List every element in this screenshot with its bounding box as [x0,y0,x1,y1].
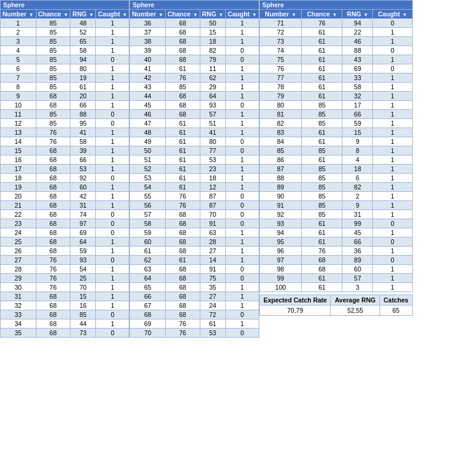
table-cell: 0 [373,46,412,55]
col-rng-2[interactable]: RNG ▼ [200,10,225,19]
col-number-1[interactable]: Number ▼ [1,10,36,19]
table-cell: 64 [130,274,166,283]
table-row: 1768531 [1,165,129,174]
table-row: 3868181 [130,37,259,46]
table-cell: 29 [200,83,225,92]
table-cell: 61 [165,174,200,183]
table-cell: 76 [302,19,342,28]
table-row: 7461880 [259,46,412,55]
col-rng-1[interactable]: RNG ▼ [70,10,96,19]
third-col-wrapper: Sphere Number ▼ Chance ▼ RNG ▼ Caught ▼ … [259,0,413,338]
table-cell: 0 [225,55,259,64]
table-cell: 61 [302,219,342,228]
filter-icon-rng3: ▼ [364,12,369,18]
table-cell: 7 [1,73,36,83]
table-cell: 61 [165,146,200,155]
table-cell: 1 [96,37,129,46]
table-cell: 5 [1,55,36,64]
table-row: 7361461 [259,37,412,46]
table-row: 3076701 [1,283,129,292]
table-cell: 43 [130,83,166,92]
table-cell: 68 [36,237,70,247]
table-cell: 15 [70,292,96,301]
table-cell: 61 [302,28,342,37]
table-cell: 1 [225,256,259,265]
table-cell: 61 [165,155,200,165]
table-cell: 80 [200,137,225,146]
table-cell: 1 [373,92,412,101]
table-cell: 85 [302,210,342,219]
table-cell: 59 [70,247,96,256]
table-cell: 61 [302,92,342,101]
col-number-3[interactable]: Number ▼ [259,10,301,19]
table-cell: 0 [225,146,259,155]
table-cell: 95 [70,119,96,128]
table-cell: 12 [200,183,225,192]
table-row: 6568351 [130,283,259,292]
table-row: 9676361 [259,247,412,256]
table-cell: 61 [165,165,200,174]
table-cell: 94 [342,19,373,28]
table-cell: 57 [200,110,225,119]
tables-wrapper: Sphere Number ▼ Chance ▼ RNG ▼ Caught ▼ … [0,0,476,338]
table-cell: 1 [225,237,259,247]
table-cell: 85 [302,146,342,155]
table-cell: 58 [70,137,96,146]
col-chance-3[interactable]: Chance ▼ [302,10,342,19]
col-caught-2[interactable]: Caught ▼ [225,10,259,19]
table-cell: 71 [259,19,301,28]
table-cell: 58 [342,83,373,92]
table-row: 3368850 [1,310,129,319]
table-row: 7861581 [259,83,412,92]
table-cell: 1 [96,274,129,283]
col-number-2[interactable]: Number ▼ [130,10,166,19]
table-cell: 97 [259,256,301,265]
table-cell: 63 [200,228,225,237]
table-cell: 21 [1,201,36,210]
table-cell: 66 [342,110,373,119]
col-chance-1[interactable]: Chance ▼ [36,10,70,19]
table-cell: 85 [36,28,70,37]
table-cell: 68 [36,101,70,110]
table-cell: 76 [165,192,200,201]
table-cell: 0 [96,228,129,237]
table-cell: 0 [225,274,259,283]
table-cell: 87 [259,165,301,174]
table-row: 5868910 [130,219,259,228]
table-cell: 68 [165,92,200,101]
table-cell: 44 [70,319,96,329]
table-cell: 15 [1,146,36,155]
table-row: 185481 [1,19,129,28]
table-cell: 61 [302,274,342,283]
col-caught-3[interactable]: Caught ▼ [373,10,412,19]
col-chance-2[interactable]: Chance ▼ [165,10,200,19]
table-row: 2568641 [1,237,129,247]
table-cell: 86 [259,155,301,165]
table-row: 9461451 [259,228,412,237]
table-cell: 1 [373,128,412,137]
sphere-table-1: Sphere Number ▼ Chance ▼ RNG ▼ Caught ▼ … [0,0,129,338]
table-row: 4161111 [130,64,259,73]
table-cell: 1 [373,37,412,46]
table-cell: 68 [36,228,70,237]
table-row: 5461121 [130,183,259,192]
table-row: 2668591 [1,247,129,256]
table-cell: 1 [373,265,412,274]
col-caught-1[interactable]: Caught ▼ [96,10,129,19]
table-cell: 98 [259,265,301,274]
table-cell: 1 [373,201,412,210]
table-cell: 1 [96,128,129,137]
table-cell: 52 [130,165,166,174]
filter-icon-caught3: ▼ [403,12,407,18]
table-cell: 2 [342,192,373,201]
col-rng-3[interactable]: RNG ▼ [342,10,373,19]
table-cell: 26 [1,247,36,256]
table-cell: 1 [96,137,129,146]
table-cell: 1 [225,92,259,101]
table-row: 2976251 [1,274,129,283]
table-row: 5261231 [130,165,259,174]
table-cell: 92 [70,174,96,183]
table-cell: 70 [130,329,166,338]
table-cell: 28 [1,265,36,274]
table-cell: 1 [225,110,259,119]
